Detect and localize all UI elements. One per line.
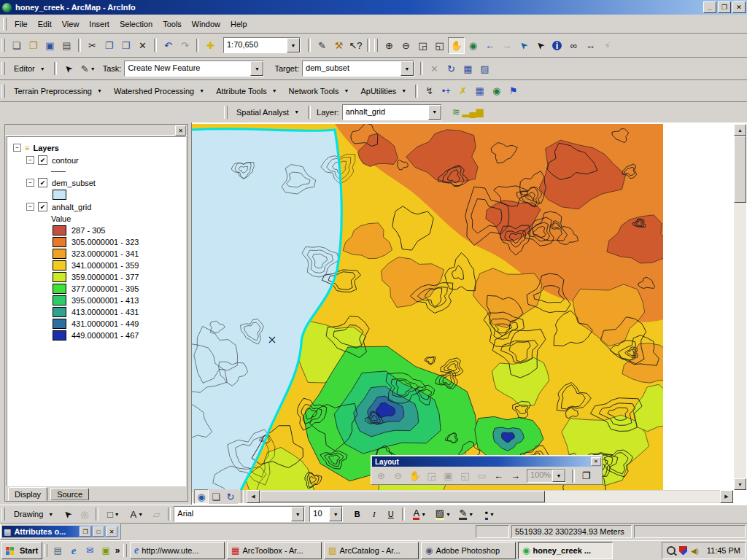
legend-row[interactable]: 341.0000001 - 359 bbox=[7, 260, 185, 271]
task-arctoolbox[interactable]: ▦ArcToolbox - Ar... bbox=[227, 542, 322, 559]
drawing-menu-button[interactable]: Drawing▼ bbox=[8, 508, 59, 521]
toc-layer-dem-subset[interactable]: − ✔ dem_subset bbox=[7, 176, 185, 189]
menu-aputilities[interactable]: ApUtilities▼ bbox=[355, 85, 412, 98]
quick-launch-show-desktop[interactable]: ▤ bbox=[50, 543, 65, 558]
pan[interactable]: ✋ bbox=[448, 37, 465, 54]
bold-button[interactable]: B bbox=[349, 506, 365, 523]
vertical-scrollbar[interactable]: ▲ ▼ bbox=[734, 124, 746, 490]
editor-menu-button[interactable]: Editor▼ bbox=[8, 62, 51, 75]
whats-this-help[interactable]: ↖? bbox=[347, 37, 364, 54]
drawing-select-arrow[interactable]: ➤ bbox=[59, 506, 76, 523]
toc-root-label[interactable]: Layers bbox=[33, 144, 58, 152]
spatial-analyst-menu-button[interactable]: Spatial Analyst▼ bbox=[231, 106, 305, 119]
toc-close-icon[interactable]: ✕ bbox=[175, 125, 186, 136]
checkbox-checked-icon[interactable]: ✔ bbox=[38, 178, 47, 187]
marker-color[interactable]: •▼ bbox=[478, 506, 501, 523]
chevron-down-icon[interactable]: ▼ bbox=[250, 61, 263, 76]
task-arccatalog[interactable]: ▨ArcCatalog - Ar... bbox=[324, 542, 419, 559]
chevron-down-icon[interactable]: ▼ bbox=[400, 61, 414, 76]
layout-back-extent[interactable]: ← bbox=[490, 467, 507, 484]
maximize-icon[interactable]: □ bbox=[93, 526, 104, 537]
task-browser[interactable]: ehttp://www.ute... bbox=[130, 542, 225, 559]
taskbar-grip[interactable] bbox=[44, 544, 47, 557]
layer-label[interactable]: anhalt_grid bbox=[52, 203, 91, 211]
menu-network-tools[interactable]: Network Tools▼ bbox=[283, 85, 355, 98]
layout-close-icon[interactable]: ✕ bbox=[591, 457, 601, 466]
shield-tray-icon[interactable] bbox=[679, 546, 687, 556]
go-back-extent[interactable]: ← bbox=[481, 37, 498, 54]
attributes-window-minimized[interactable]: ▦ Attributes o... ❐ □ ✕ bbox=[0, 524, 121, 540]
layout-toolbar-window[interactable]: Layout ✕ ⊕⊖✋◲▣◱▭←→ 100% ▼ ❐ bbox=[371, 455, 603, 485]
toolbar-grip[interactable] bbox=[1, 85, 5, 98]
attributes-button[interactable]: ▦ bbox=[460, 61, 476, 77]
toolbar-grip[interactable] bbox=[1, 62, 5, 75]
legend-row[interactable]: 323.0000001 - 341 bbox=[7, 248, 185, 260]
font-combobox[interactable]: Arial ▼ bbox=[174, 506, 305, 522]
select-features[interactable]: ➤ bbox=[515, 37, 532, 54]
legend-row[interactable]: 305.0000001 - 323 bbox=[7, 236, 185, 248]
add-point-tool[interactable]: •+ bbox=[438, 82, 454, 99]
layout-view-button[interactable]: ❏ bbox=[209, 489, 223, 504]
legend-swatch[interactable] bbox=[53, 225, 66, 236]
toc-layer-anhalt-grid[interactable]: − ✔ anhalt_grid bbox=[7, 201, 185, 213]
fixed-zoom-in[interactable]: ◲ bbox=[414, 37, 431, 54]
fill-symbol[interactable] bbox=[53, 190, 66, 200]
menu-selection[interactable]: Selection bbox=[115, 18, 158, 31]
line-color[interactable]: ✎▼ bbox=[454, 506, 478, 523]
legend-row[interactable]: 431.0000001 - 449 bbox=[7, 318, 185, 330]
zoom-out[interactable]: ⊖ bbox=[398, 37, 414, 54]
menu-attribute-tools[interactable]: Attribute Tools▼ bbox=[210, 85, 282, 98]
select-elements[interactable]: ➤ bbox=[532, 37, 549, 54]
global-tool[interactable]: ◉ bbox=[488, 82, 505, 99]
maximize-button[interactable]: ❐ bbox=[718, 1, 731, 13]
legend-swatch[interactable] bbox=[53, 330, 66, 341]
magnifier-tray-icon[interactable] bbox=[667, 546, 676, 555]
toc-root-row[interactable]: − ≡ Layers bbox=[7, 141, 185, 154]
measure[interactable]: ↔ bbox=[582, 37, 599, 54]
horizontal-scrollbar[interactable] bbox=[260, 491, 720, 502]
chevron-down-icon[interactable]: ▼ bbox=[428, 105, 441, 120]
sketch-tool-pencil[interactable]: ✎▼ bbox=[77, 61, 100, 77]
close-button[interactable]: ✕ bbox=[732, 1, 746, 13]
map-raster[interactable] bbox=[192, 124, 663, 492]
data-view-button[interactable]: ◉ bbox=[194, 489, 209, 504]
identify[interactable]: i bbox=[549, 37, 565, 54]
toolbar-grip[interactable] bbox=[374, 39, 378, 52]
clear-tool[interactable]: ✗ bbox=[454, 82, 471, 99]
scroll-down-icon[interactable]: ▼ bbox=[734, 478, 746, 490]
scrollbar-thumb[interactable] bbox=[260, 491, 545, 502]
quick-launch-overflow[interactable]: » bbox=[113, 543, 122, 558]
hyperlink[interactable]: ⚡ bbox=[599, 37, 616, 54]
menu-view[interactable]: View bbox=[57, 18, 85, 31]
menu-tools[interactable]: Tools bbox=[158, 18, 187, 31]
toc-header[interactable]: ✕ bbox=[5, 125, 187, 136]
legend-swatch[interactable] bbox=[53, 237, 66, 247]
sketch-lightning-tool[interactable]: ↯ bbox=[421, 82, 438, 99]
legend-swatch[interactable] bbox=[53, 284, 66, 294]
menu-terrain-preprocessing[interactable]: Terrain Preprocessing▼ bbox=[8, 85, 108, 98]
legend-swatch[interactable] bbox=[53, 307, 66, 317]
task-combobox[interactable]: Create New Feature ▼ bbox=[124, 61, 264, 77]
legend-row[interactable]: 359.0000001 - 377 bbox=[7, 271, 185, 283]
legend-swatch[interactable] bbox=[53, 249, 66, 259]
tab-source[interactable]: Source bbox=[50, 488, 89, 500]
layer-label[interactable]: contour bbox=[52, 156, 79, 165]
quick-launch-outlook[interactable]: ✉ bbox=[82, 543, 97, 558]
scale-combobox[interactable]: 1:70,650 ▼ bbox=[223, 37, 301, 53]
toolbar-grip[interactable] bbox=[1, 39, 5, 52]
flag-tool[interactable]: ⚑ bbox=[505, 82, 522, 99]
legend-row[interactable]: 413.0000001 - 431 bbox=[7, 306, 185, 318]
start-button[interactable]: Start bbox=[1, 542, 42, 559]
minimize-button[interactable]: _ bbox=[703, 1, 716, 13]
sketch-properties[interactable]: ▨ bbox=[476, 61, 493, 77]
quick-launch-internet-explorer[interactable]: e bbox=[66, 543, 81, 558]
undo[interactable]: ↶ bbox=[160, 37, 177, 54]
close-icon[interactable]: ✕ bbox=[106, 526, 117, 537]
underline-button[interactable]: U bbox=[382, 506, 399, 523]
task-photoshop[interactable]: ◉Adobe Photoshop bbox=[421, 542, 516, 559]
toolbar-grip[interactable] bbox=[1, 508, 5, 521]
layout-change-layout[interactable]: ❐ bbox=[578, 467, 595, 484]
drawing-rotate[interactable]: ◎ bbox=[76, 506, 93, 523]
layout-toolbar-titlebar[interactable]: Layout ✕ bbox=[372, 456, 601, 467]
arctoolbox[interactable]: ⚒ bbox=[330, 37, 347, 54]
